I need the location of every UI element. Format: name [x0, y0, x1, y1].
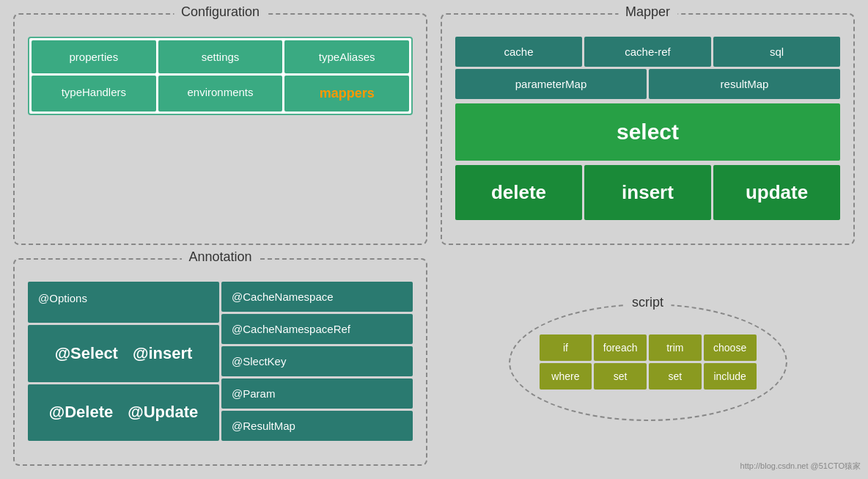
ann-select-insert: @Select @insert [28, 325, 219, 381]
mapper-parameterMap: parameterMap [455, 69, 647, 99]
configuration-title: Configuration [174, 4, 267, 20]
mapper-update: update [713, 165, 840, 220]
config-properties: properties [32, 40, 156, 73]
script-if: if [540, 334, 592, 361]
watermark: http://blog.csdn.net @51CTO猿家 [740, 461, 861, 472]
bottom-right-container: script if foreach trim choose where set … [441, 258, 855, 466]
config-typeAliases: typeAliases [284, 40, 409, 73]
main-container: Configuration properties settings typeAl… [0, 0, 868, 479]
mapper-grid: cache cache-ref sql parameterMap resultM… [455, 37, 840, 220]
annotation-grid: @Options @Select @insert @Delete @Update… [28, 282, 413, 441]
mapper-resultMap: resultMap [649, 69, 840, 99]
ann-param: @Param [221, 379, 413, 409]
mapper-title: Mapper [618, 4, 677, 20]
annotation-title: Annotation [181, 249, 259, 265]
mapper-cache: cache [455, 37, 582, 67]
script-where: where [540, 363, 592, 390]
script-trim: trim [649, 334, 702, 361]
mapper-sql: sql [713, 37, 840, 67]
mapper-bottom: delete insert update [455, 165, 840, 220]
annotation-right: @CacheNamespace @CacheNamespaceRef @Slec… [221, 282, 413, 441]
config-typeHandlers: typeHandlers [32, 76, 156, 111]
mapper-cache-ref: cache-ref [584, 37, 711, 67]
ann-insert: @insert [133, 344, 192, 363]
ann-cachenamespace: @CacheNamespace [221, 282, 413, 312]
config-environments: environments [158, 76, 283, 111]
configuration-grid: properties settings typeAliases typeHand… [28, 37, 413, 115]
ann-select: @Select [55, 344, 118, 363]
script-include: include [704, 363, 757, 390]
mapper-select: select [455, 103, 840, 161]
script-choose: choose [704, 334, 757, 361]
mapper-row-2: parameterMap resultMap [455, 69, 840, 99]
script-set1: set [594, 363, 647, 390]
script-title: script [625, 295, 671, 310]
mapper-section: Mapper cache cache-ref sql parameterMap … [441, 13, 855, 245]
script-grid: if foreach trim choose where set set inc… [540, 334, 757, 390]
mapper-delete: delete [455, 165, 582, 220]
annotation-section: Annotation @Options @Select @insert @Del… [13, 258, 427, 466]
configuration-section: Configuration properties settings typeAl… [13, 13, 427, 245]
ann-delete: @Delete [49, 403, 113, 422]
script-foreach: foreach [594, 334, 647, 361]
ann-slectkey: @SlectKey [221, 346, 413, 376]
annotation-left: @Options @Select @insert @Delete @Update [28, 282, 219, 441]
config-mappers: mappers [284, 76, 409, 111]
script-set2: set [649, 363, 702, 390]
mapper-insert: insert [584, 165, 711, 220]
ann-update: @Update [128, 403, 198, 422]
mapper-row-1: cache cache-ref sql [455, 37, 840, 67]
config-settings: settings [158, 40, 283, 73]
ann-cachenamespaceref: @CacheNamespaceRef [221, 314, 413, 344]
ann-delete-update: @Delete @Update [28, 384, 219, 441]
script-section: script if foreach trim choose where set … [509, 304, 787, 421]
ann-resultmap: @ResultMap [221, 411, 413, 441]
ann-options: @Options [28, 282, 219, 323]
